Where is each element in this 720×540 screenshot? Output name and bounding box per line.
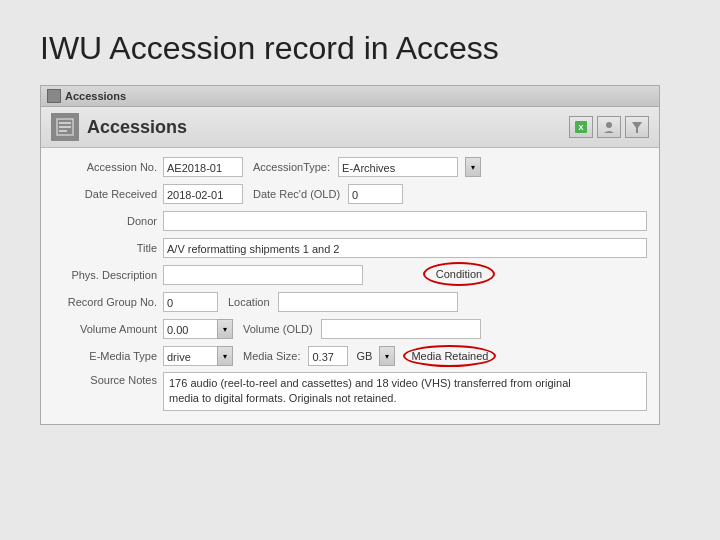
access-window: Accessions Accessions [40, 85, 660, 425]
source-notes-row: Source Notes 176 audio (reel-to-reel and… [53, 372, 647, 411]
donor-input[interactable] [163, 211, 647, 231]
donor-label: Donor [53, 215, 163, 227]
media-retained-label: Media Retained [411, 350, 488, 362]
date-old-group: Date Rec'd (OLD) 0 [253, 184, 647, 204]
svg-marker-7 [632, 122, 642, 133]
condition-label: Condition [436, 268, 482, 280]
donor-row: Donor [53, 210, 647, 232]
form-title: Accessions [87, 117, 187, 138]
phys-description-input[interactable] [163, 265, 363, 285]
accession-type-label: AccessionType: [253, 161, 330, 173]
titlebar-text: Accessions [65, 90, 126, 102]
form-header: Accessions X [41, 107, 659, 148]
filter-button[interactable] [625, 116, 649, 138]
emedia-type-label: E-Media Type [53, 350, 163, 362]
phys-description-label: Phys. Description [53, 269, 163, 281]
emedia-type-dropdown[interactable]: ▾ [217, 346, 233, 366]
volume-old-label: Volume (OLD) [243, 323, 313, 335]
date-recd-old-label: Date Rec'd (OLD) [253, 188, 340, 200]
media-size-unit: GB [356, 350, 372, 362]
volume-amount-label: Volume Amount [53, 323, 163, 335]
date-received-input[interactable]: 2018-02-01 [163, 184, 243, 204]
user-button[interactable] [597, 116, 621, 138]
volume-old-input[interactable] [321, 319, 481, 339]
location-label: Location [228, 296, 270, 308]
form-header-left: Accessions [51, 113, 187, 141]
accession-type-dropdown[interactable]: ▾ [465, 157, 481, 177]
record-group-row: Record Group No. 0 Location [53, 291, 647, 313]
media-size-input[interactable]: 0.37 [308, 346, 348, 366]
source-notes-label: Source Notes [53, 372, 163, 386]
phys-description-row: Phys. Description Condition [53, 264, 647, 286]
export-button[interactable]: X [569, 116, 593, 138]
form-body: Accession No. AE2018-01 AccessionType: E… [41, 148, 659, 424]
page: IWU Accession record in Access Accession… [0, 0, 720, 445]
volume-amount-dropdown[interactable]: ▾ [217, 319, 233, 339]
svg-rect-3 [59, 130, 67, 132]
location-group: Location [228, 292, 647, 312]
window-icon [47, 89, 61, 103]
form-header-buttons: X [569, 116, 649, 138]
title-input[interactable]: A/V reformatting shipments 1 and 2 [163, 238, 647, 258]
location-input[interactable] [278, 292, 458, 312]
date-row: Date Received 2018-02-01 Date Rec'd (OLD… [53, 183, 647, 205]
media-size-label: Media Size: [243, 350, 300, 362]
accession-row: Accession No. AE2018-01 AccessionType: E… [53, 156, 647, 178]
accession-type-group: AccessionType: E-Archives ▾ [253, 157, 647, 177]
title-row: Title A/V reformatting shipments 1 and 2 [53, 237, 647, 259]
accession-no-label: Accession No. [53, 161, 163, 173]
svg-point-6 [606, 122, 612, 128]
title-label: Title [53, 242, 163, 254]
accession-type-input[interactable]: E-Archives [338, 157, 458, 177]
media-size-group: Media Size: 0.37 GB ▾ Media Retained [243, 345, 647, 367]
record-group-label: Record Group No. [53, 296, 163, 308]
emedia-type-input[interactable]: drive [163, 346, 218, 366]
svg-rect-2 [59, 126, 71, 128]
svg-rect-1 [59, 122, 71, 124]
record-group-input[interactable]: 0 [163, 292, 218, 312]
form-header-icon [51, 113, 79, 141]
volume-row: Volume Amount 0.00 ▾ Volume (OLD) [53, 318, 647, 340]
media-size-dropdown[interactable]: ▾ [379, 346, 395, 366]
volume-amount-input[interactable]: 0.00 [163, 319, 218, 339]
source-notes-input[interactable]: 176 audio (reel-to-reel and cassettes) a… [163, 372, 647, 411]
page-title: IWU Accession record in Access [40, 30, 680, 67]
media-retained-highlight: Media Retained [403, 345, 496, 367]
window-titlebar: Accessions [41, 86, 659, 107]
volume-old-group: Volume (OLD) [243, 319, 647, 339]
date-recd-old-input[interactable]: 0 [348, 184, 403, 204]
accession-no-input[interactable]: AE2018-01 [163, 157, 243, 177]
emedia-row: E-Media Type drive ▾ Media Size: 0.37 GB… [53, 345, 647, 367]
date-received-label: Date Received [53, 188, 163, 200]
condition-highlight: Condition [423, 262, 495, 286]
svg-text:X: X [578, 123, 584, 132]
